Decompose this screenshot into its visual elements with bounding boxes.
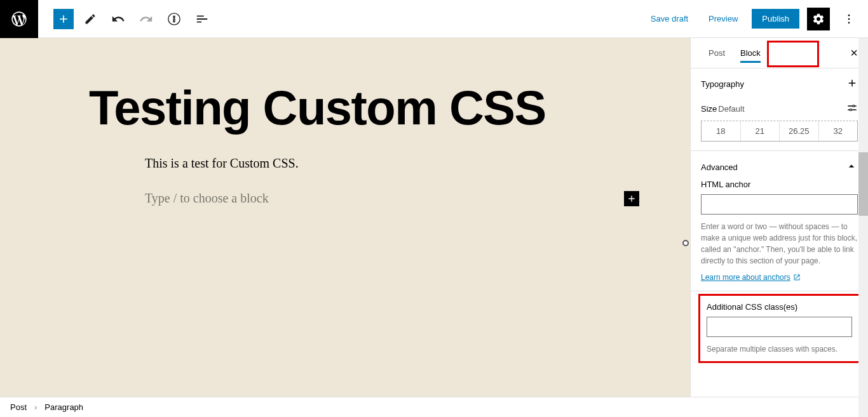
settings-button[interactable] — [807, 8, 830, 30]
toolbar-right-group: Save draft Preview Publish — [644, 8, 868, 30]
size-value: Default — [718, 104, 744, 114]
more-options-button[interactable] — [837, 8, 860, 30]
size-preset-0[interactable]: 18 — [702, 121, 741, 141]
placeholder-text: Type / to choose a block — [145, 191, 269, 206]
toolbar-left-group — [38, 8, 214, 30]
css-classes-label: Additional CSS class(es) — [707, 302, 852, 312]
scrollbar-thumb[interactable] — [858, 152, 868, 216]
size-preset-1[interactable]: 21 — [741, 121, 780, 141]
annotation-highlight-css: Additional CSS class(es) Separate multip… — [698, 294, 860, 363]
tab-block[interactable]: Block — [733, 39, 768, 67]
paragraph-block[interactable]: This is a test for Custom CSS. — [145, 156, 601, 171]
size-label: Size — [701, 104, 717, 114]
resize-handle-icon[interactable] — [682, 240, 689, 246]
html-anchor-label: HTML anchor — [701, 180, 858, 189]
learn-more-anchors-link[interactable]: Learn more about anchors — [701, 273, 801, 282]
save-draft-button[interactable]: Save draft — [644, 10, 695, 27]
undo-button[interactable] — [107, 8, 130, 30]
editor-toolbar: Save draft Preview Publish — [0, 0, 868, 38]
advanced-title: Advanced — [701, 162, 738, 172]
breadcrumb-paragraph[interactable]: Paragraph — [44, 402, 83, 412]
scrollbar-track[interactable] — [858, 38, 868, 417]
svg-point-4 — [850, 109, 851, 111]
info-button[interactable] — [163, 8, 186, 30]
size-presets: 18 21 26.25 32 — [701, 121, 858, 142]
breadcrumb-separator: › — [34, 402, 37, 412]
empty-block-placeholder[interactable]: Type / to choose a block — [145, 191, 601, 206]
edit-mode-button[interactable] — [79, 8, 102, 30]
typography-panel: Typography Size Default 18 21 26.25 32 — [691, 69, 868, 151]
svg-point-1 — [848, 18, 850, 20]
html-anchor-input[interactable] — [701, 194, 858, 215]
breadcrumb: Post › Paragraph — [0, 397, 868, 417]
typography-title: Typography — [701, 79, 744, 89]
redo-button[interactable] — [135, 8, 158, 30]
canvas-wrap: Testing Custom CSS This is a test for Cu… — [0, 38, 690, 397]
css-classes-help: Separate multiple classes with spaces. — [707, 343, 852, 355]
svg-point-0 — [848, 14, 850, 16]
sidebar-tabs: Post Block × — [691, 38, 868, 69]
editor-main: Testing Custom CSS This is a test for Cu… — [0, 38, 868, 397]
chevron-up-icon[interactable] — [845, 160, 858, 175]
svg-point-3 — [853, 105, 855, 107]
post-title[interactable]: Testing Custom CSS — [89, 83, 601, 133]
advanced-panel: Advanced HTML anchor Enter a word or two… — [691, 151, 868, 291]
html-anchor-help: Enter a word or two — without spaces — t… — [701, 221, 858, 267]
size-preset-2[interactable]: 26.25 — [780, 121, 819, 141]
annotation-highlight — [767, 41, 819, 67]
breadcrumb-post[interactable]: Post — [10, 402, 27, 412]
size-custom-icon[interactable] — [846, 102, 858, 116]
inline-add-block-button[interactable] — [624, 191, 639, 206]
tab-post[interactable]: Post — [701, 39, 733, 67]
preview-button[interactable]: Preview — [702, 10, 744, 27]
svg-point-2 — [848, 22, 850, 23]
outline-button[interactable] — [191, 8, 214, 30]
add-block-button[interactable] — [53, 9, 74, 29]
settings-sidebar: Post Block × Typography Size Default 18 — [690, 38, 868, 397]
add-typography-option-icon[interactable] — [846, 77, 858, 91]
close-sidebar-button[interactable]: × — [850, 46, 858, 60]
editor-canvas[interactable]: Testing Custom CSS This is a test for Cu… — [0, 38, 690, 397]
size-preset-3[interactable]: 32 — [819, 121, 858, 141]
anchor-link-text: Learn more about anchors — [701, 273, 790, 282]
publish-button[interactable]: Publish — [752, 9, 799, 29]
wordpress-logo[interactable] — [0, 0, 38, 38]
css-classes-input[interactable] — [707, 317, 852, 337]
